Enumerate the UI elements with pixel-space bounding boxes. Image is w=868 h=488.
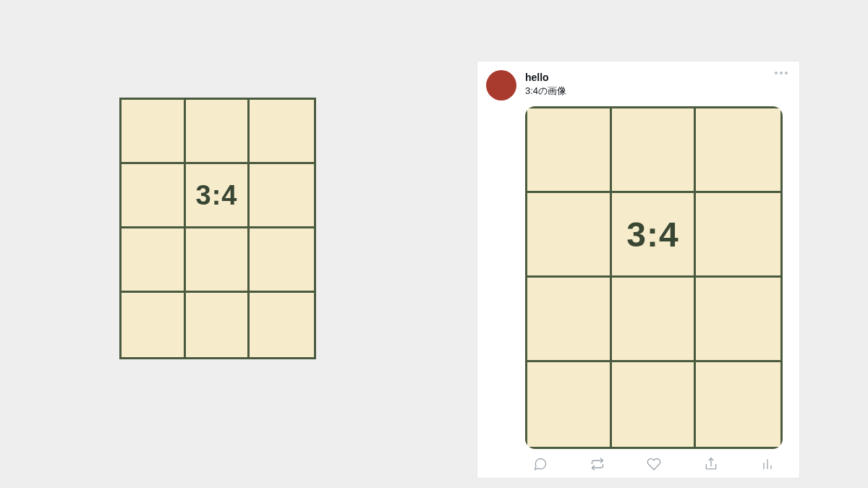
grid-cell bbox=[122, 293, 186, 357]
grid-cell bbox=[527, 108, 612, 193]
grid-cell bbox=[696, 362, 780, 447]
grid-cell-label: 3:4 bbox=[612, 193, 697, 278]
post-header: hello 3:4の画像 bbox=[486, 70, 791, 100]
grid-cell bbox=[696, 108, 780, 193]
reply-icon[interactable] bbox=[532, 456, 548, 472]
grid-cell bbox=[186, 100, 250, 164]
post-card: hello 3:4の画像 3:4 bbox=[477, 61, 799, 478]
post-image-wrap: 3:4 bbox=[525, 106, 783, 449]
post-meta: hello 3:4の画像 bbox=[525, 70, 566, 98]
post-action-bar bbox=[525, 456, 783, 472]
post-username[interactable]: hello bbox=[525, 72, 566, 83]
post-image[interactable]: 3:4 bbox=[525, 106, 783, 449]
grid-cell bbox=[527, 362, 612, 447]
ratio-grid: 3:4 bbox=[119, 98, 316, 359]
grid-cell bbox=[527, 193, 612, 278]
grid-cell bbox=[122, 228, 186, 293]
grid-cell bbox=[186, 293, 250, 357]
grid-cell bbox=[122, 164, 186, 228]
grid-cell bbox=[527, 278, 612, 362]
grid-cell bbox=[250, 100, 314, 164]
grid-cell bbox=[612, 108, 697, 193]
more-icon[interactable] bbox=[775, 72, 788, 74]
grid-cell bbox=[250, 164, 314, 228]
grid-cell bbox=[186, 228, 250, 293]
repost-icon[interactable] bbox=[590, 456, 605, 472]
ratio-grid: 3:4 bbox=[525, 106, 783, 449]
ratio-label: 3:4 bbox=[626, 215, 678, 254]
grid-cell-label: 3:4 bbox=[186, 164, 250, 228]
grid-cell bbox=[250, 228, 314, 293]
grid-cell bbox=[612, 278, 697, 362]
grid-cell bbox=[122, 100, 186, 164]
grid-cell bbox=[250, 293, 314, 357]
stats-icon[interactable] bbox=[760, 456, 775, 472]
like-icon[interactable] bbox=[646, 456, 662, 472]
grid-cell bbox=[612, 362, 697, 447]
grid-cell bbox=[696, 193, 780, 278]
avatar[interactable] bbox=[486, 70, 516, 100]
post-text: 3:4の画像 bbox=[525, 85, 566, 98]
share-icon[interactable] bbox=[703, 456, 719, 472]
grid-cell bbox=[696, 278, 780, 362]
ratio-grid-standalone: 3:4 bbox=[119, 98, 316, 359]
ratio-label: 3:4 bbox=[196, 180, 238, 211]
